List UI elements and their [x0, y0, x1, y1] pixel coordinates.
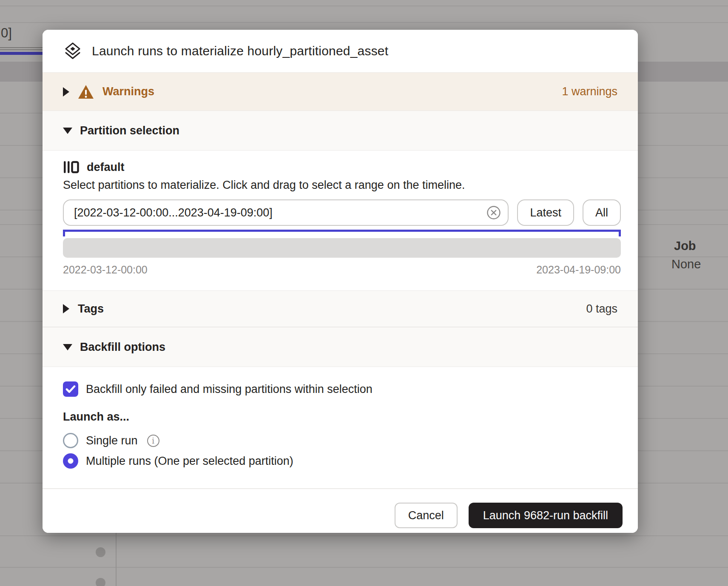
materialize-layers-icon: [63, 41, 82, 61]
warning-triangle-icon: [78, 85, 94, 99]
chevron-right-icon: [63, 304, 69, 313]
bg-status-dot: [96, 547, 105, 557]
single-run-option[interactable]: Single run i: [63, 430, 617, 451]
multiple-runs-radio[interactable]: [63, 453, 78, 469]
tags-accordion[interactable]: Tags 0 tags: [43, 290, 638, 327]
partition-range-input[interactable]: [63, 199, 509, 226]
chevron-down-icon: [63, 128, 72, 134]
bg-row-line: [0, 6, 728, 6]
bg-partial-input-text: 0]: [1, 26, 12, 41]
partition-set-icon: [63, 160, 80, 174]
range-end-label: 2023-04-19-09:00: [536, 264, 621, 276]
backfill-options-content: Backfill only failed and missing partiti…: [43, 367, 638, 488]
launch-backfill-button[interactable]: Launch 9682-run backfill: [469, 503, 623, 528]
bg-row-line: [0, 22, 728, 23]
selection-range-bracket: [63, 230, 621, 236]
tags-count: 0 tags: [586, 302, 617, 316]
bg-row-line: [0, 567, 728, 568]
tags-header: Tags: [78, 302, 104, 316]
warnings-count: 1 warnings: [562, 85, 617, 98]
single-run-label: Single run: [86, 434, 138, 447]
bg-row-line: [0, 535, 728, 536]
range-start-label: 2022-03-12-00:00: [63, 264, 148, 276]
multiple-runs-option[interactable]: Multiple runs (One per selected partitio…: [63, 451, 617, 471]
multiple-runs-label: Multiple runs (One per selected partitio…: [86, 455, 293, 468]
warnings-accordion[interactable]: Warnings 1 warnings: [43, 72, 638, 111]
bg-job-column-value: None: [671, 257, 701, 271]
backfill-options-header: Backfill options: [80, 341, 165, 354]
launch-as-label: Launch as...: [63, 410, 617, 424]
info-icon[interactable]: i: [147, 435, 159, 447]
bg-job-column-header: Job: [674, 239, 696, 253]
dialog-header: Launch runs to materialize hourly_partit…: [43, 30, 638, 72]
backfill-options-accordion[interactable]: Backfill options: [43, 327, 638, 367]
partition-selection-content: default Select partitions to materialize…: [43, 151, 638, 290]
dialog-footer: Cancel Launch 9682-run backfill: [43, 488, 638, 533]
backfill-only-failed-label: Backfill only failed and missing partiti…: [86, 383, 373, 396]
cancel-button[interactable]: Cancel: [395, 503, 458, 528]
partition-timeline[interactable]: [63, 238, 621, 258]
bg-column-divider: [116, 533, 117, 586]
latest-button[interactable]: Latest: [517, 199, 574, 226]
warnings-label: Warnings: [102, 85, 154, 98]
partition-dimension-name: default: [87, 161, 125, 174]
bg-status-dot: [96, 578, 105, 586]
dialog-title: Launch runs to materialize hourly_partit…: [92, 44, 388, 58]
launch-backfill-dialog: Launch runs to materialize hourly_partit…: [43, 30, 638, 533]
partition-description: Select partitions to materialize. Click …: [63, 179, 621, 192]
chevron-right-icon: [63, 87, 69, 97]
partition-selection-accordion[interactable]: Partition selection: [43, 111, 638, 151]
backfill-only-failed-checkbox[interactable]: [63, 381, 78, 397]
all-button[interactable]: All: [583, 199, 621, 226]
partition-selection-header: Partition selection: [80, 124, 179, 137]
chevron-down-icon: [63, 344, 72, 350]
single-run-radio[interactable]: [63, 433, 78, 448]
clear-input-icon[interactable]: [486, 205, 501, 220]
